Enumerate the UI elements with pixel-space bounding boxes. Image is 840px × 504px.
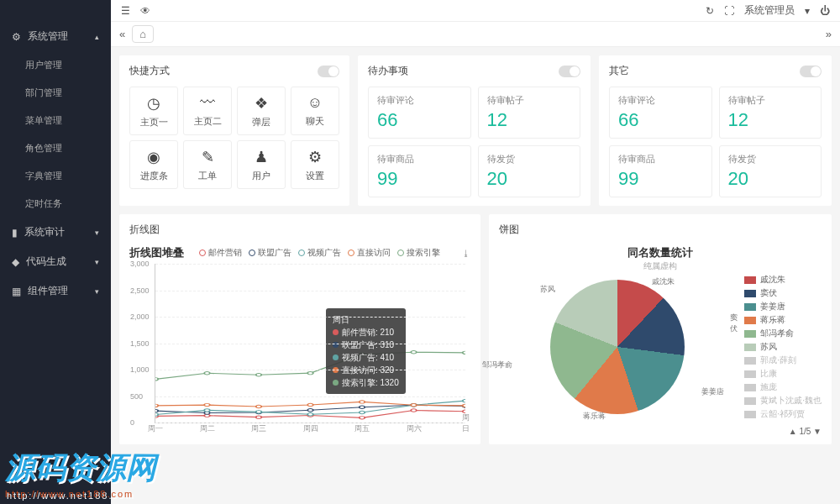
chart-subtitle: 纯属虚构 xyxy=(499,260,822,272)
svg-point-20 xyxy=(463,399,465,402)
sidebar-group[interactable]: ◆代码生成▾ xyxy=(0,247,111,276)
stat-item[interactable]: 待审帖子12 xyxy=(719,87,822,139)
shortcut-label: 工单 xyxy=(198,170,217,182)
shortcut-icon: ⚙ xyxy=(308,148,322,166)
legend-item[interactable]: 窦伏 xyxy=(744,287,822,299)
eye-icon[interactable]: 👁 xyxy=(140,5,150,17)
pie-slice-label: 蒋乐蒋 xyxy=(583,411,606,422)
card-title: 折线图 xyxy=(129,223,160,237)
stat-label: 待发货 xyxy=(728,153,813,165)
sidebar-group[interactable]: ⚙系统管理▴ xyxy=(0,22,111,51)
chart-tooltip: 周日邮件营销: 210联盟广告: 310视频广告: 410直接访问: 320搜索… xyxy=(326,308,406,394)
sidebar-item[interactable]: 字典管理 xyxy=(0,162,111,190)
shortcut-item[interactable]: ◷主页一 xyxy=(129,87,178,135)
legend-item[interactable]: 戚沈朱 xyxy=(744,274,822,286)
pie-slice-label: 姜姜唐 xyxy=(701,386,724,397)
sidebar-item[interactable]: 定时任务 xyxy=(0,190,111,218)
tabs-next-icon[interactable]: » xyxy=(826,28,832,40)
shortcut-item[interactable]: 〰主页二 xyxy=(183,87,232,135)
svg-point-23 xyxy=(256,405,262,407)
legend-pager[interactable]: ▲ 1/5 ▼ xyxy=(499,427,822,436)
power-icon[interactable]: ⏻ xyxy=(820,5,830,17)
menu-toggle-icon[interactable]: ☰ xyxy=(121,5,130,17)
tab-home[interactable]: ⌂ xyxy=(132,25,154,43)
svg-point-15 xyxy=(204,409,210,412)
legend-item[interactable]: 郭成·薛刻 xyxy=(744,354,822,366)
line-chart[interactable]: 周日邮件营销: 210联盟广告: 310视频广告: 410直接访问: 320搜索… xyxy=(155,264,465,423)
svg-point-24 xyxy=(307,403,313,406)
shortcut-item[interactable]: ❖弹层 xyxy=(237,87,286,135)
stat-label: 待审评论 xyxy=(618,94,703,107)
tabs-prev-icon[interactable]: « xyxy=(119,28,125,40)
card-toggle[interactable] xyxy=(318,66,339,77)
legend-item[interactable]: 邮件营销 xyxy=(199,247,242,259)
svg-point-29 xyxy=(204,372,210,375)
topbar: ☰ 👁 ↻ ⛶ 系统管理员 ▾ ⏻ xyxy=(111,0,840,22)
pie-slice-label: 苏风 xyxy=(540,283,555,294)
sidebar-item[interactable]: 角色管理 xyxy=(0,134,111,162)
stat-label: 待发货 xyxy=(487,153,572,165)
fullscreen-icon[interactable]: ⛶ xyxy=(724,5,734,17)
card-toggle[interactable] xyxy=(559,66,580,77)
sidebar-group[interactable]: ▮系统审计▾ xyxy=(0,218,111,247)
svg-point-4 xyxy=(360,417,365,419)
sidebar-item[interactable]: 用户管理 xyxy=(0,51,111,79)
download-icon[interactable]: ⭳ xyxy=(462,249,470,258)
chevron-down-icon[interactable]: ▾ xyxy=(805,5,810,17)
stat-item[interactable]: 待发货20 xyxy=(719,145,822,197)
group-icon: ▮ xyxy=(12,227,18,239)
legend-item[interactable]: 黄斌卜沈戚·魏也 xyxy=(744,395,822,407)
sidebar-item[interactable]: 部门管理 xyxy=(0,79,111,107)
shortcut-item[interactable]: ◉进度条 xyxy=(129,140,178,189)
pie-slice-label: 戚沈朱 xyxy=(652,276,675,287)
svg-point-10 xyxy=(307,409,313,412)
legend-item[interactable]: 姜姜唐 xyxy=(744,301,822,312)
card-other: 其它 待审评论66待审帖子12待审商品99待发货20 xyxy=(599,55,832,206)
shortcut-item[interactable]: ♟用户 xyxy=(237,140,286,189)
sidebar-group[interactable]: ▦组件管理▾ xyxy=(0,276,111,306)
card-toggle[interactable] xyxy=(800,66,822,77)
sidebar-item[interactable]: 菜单管理 xyxy=(0,107,111,134)
legend-item[interactable]: 视频广告 xyxy=(298,247,341,259)
legend-item[interactable]: 比康 xyxy=(744,368,822,380)
shortcut-label: 用户 xyxy=(252,170,270,182)
shortcut-icon: ✎ xyxy=(202,148,214,166)
shortcut-item[interactable]: ✎工单 xyxy=(183,140,232,189)
stat-label: 待审商品 xyxy=(618,153,703,165)
shortcut-icon: ☺ xyxy=(307,94,323,112)
svg-point-33 xyxy=(411,351,417,354)
stat-item[interactable]: 待审帖子12 xyxy=(478,87,581,139)
card-title: 饼图 xyxy=(499,223,519,237)
shortcut-item[interactable]: ☺聊天 xyxy=(291,87,339,135)
legend-item[interactable]: 蒋乐蒋 xyxy=(744,314,822,326)
svg-point-2 xyxy=(256,416,262,418)
svg-point-25 xyxy=(360,401,365,403)
legend-item[interactable]: 云韶·祁列贾 xyxy=(744,408,822,420)
legend-item[interactable]: 施庞 xyxy=(744,381,822,393)
stat-label: 待审商品 xyxy=(377,153,462,165)
user-name[interactable]: 系统管理员 xyxy=(744,3,795,18)
refresh-icon[interactable]: ↻ xyxy=(706,5,714,17)
stat-item[interactable]: 待审商品99 xyxy=(368,145,471,197)
stat-item[interactable]: 待审商品99 xyxy=(609,145,712,197)
shortcut-icon: 〰 xyxy=(200,94,215,112)
legend-item[interactable]: 联盟广告 xyxy=(249,247,291,259)
card-todo: 待办事项 待审评论66待审帖子12待审商品99待发货20 xyxy=(358,55,591,206)
legend-item[interactable]: 邹冯孝俞 xyxy=(744,328,822,339)
legend-item[interactable]: 直接访问 xyxy=(348,247,391,259)
svg-point-31 xyxy=(307,371,313,374)
svg-point-22 xyxy=(204,403,210,406)
legend-item[interactable]: 苏风 xyxy=(744,341,822,353)
stat-label: 待审帖子 xyxy=(728,94,813,107)
group-icon: ▦ xyxy=(12,286,21,297)
shortcut-item[interactable]: ⚙设置 xyxy=(291,140,339,189)
shortcut-icon: ◷ xyxy=(147,94,160,113)
shortcut-label: 聊天 xyxy=(306,115,324,128)
shortcut-label: 主页二 xyxy=(194,115,222,128)
stat-item[interactable]: 待审评论66 xyxy=(609,87,712,139)
svg-point-28 xyxy=(155,378,158,381)
stat-item[interactable]: 待审评论66 xyxy=(368,87,471,139)
legend-item[interactable]: 搜索引擎 xyxy=(397,247,440,259)
stat-item[interactable]: 待发货20 xyxy=(478,145,581,197)
stat-value: 12 xyxy=(728,109,813,131)
